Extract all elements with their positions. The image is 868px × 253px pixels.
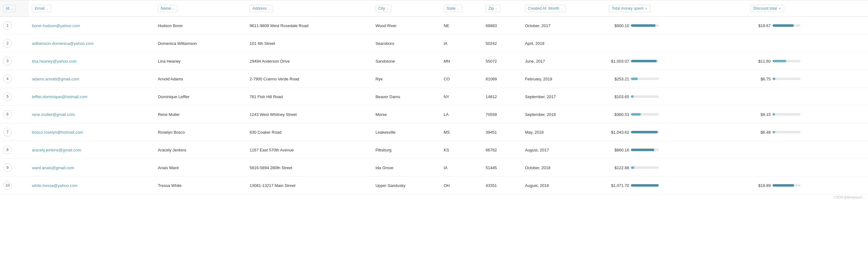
discount-bar-fill — [773, 184, 794, 187]
cell-address: 29494 Anderson Drive — [247, 52, 372, 70]
discount-value: $18.89 — [750, 183, 771, 188]
total-bar-container — [631, 167, 659, 169]
col-header-name[interactable]: Name⌄ — [155, 0, 247, 17]
cell-email[interactable]: aracely.jenkins@gmail.com — [29, 141, 154, 159]
cell-email[interactable]: borer-hudson@yahoo.com — [29, 17, 154, 35]
col-header-created[interactable]: Created At: Month⌄ — [522, 0, 606, 17]
col-header-zip[interactable]: Zip⌄ — [483, 0, 522, 17]
cell-created: September, 2016 — [522, 106, 606, 123]
sort-icon-id: ⌄ — [10, 7, 13, 10]
total-value: $1,043.62 — [609, 130, 629, 135]
email-link[interactable]: borer-hudson@yahoo.com — [32, 23, 80, 28]
table-row: 6rene.muller@gmail.comRene Muller1243 We… — [0, 106, 868, 123]
cell-email[interactable]: rene.muller@gmail.com — [29, 106, 154, 123]
cell-created: August, 2017 — [522, 141, 606, 159]
col-header-id[interactable]: Id⌄ — [0, 0, 29, 17]
cell-state: KS — [440, 141, 483, 159]
total-bar-container — [631, 184, 659, 187]
id-badge: 4 — [3, 74, 12, 83]
cell-state: IA — [440, 35, 483, 52]
cell-created: April, 2018 — [522, 35, 606, 52]
cell-city: Pittsburg — [372, 141, 440, 159]
cell-email[interactable]: leffler.dominique@hotmail.com — [29, 88, 154, 106]
id-badge: 8 — [3, 145, 12, 154]
cell-state: CO — [440, 70, 483, 88]
cell-email[interactable]: ward.anais@gmail.com — [29, 159, 154, 177]
col-header-state[interactable]: State⌄ — [440, 0, 483, 17]
total-value: $253.21 — [609, 77, 629, 81]
cell-name: Domenica Williamson — [155, 35, 247, 52]
cell-name: Hudson Borer — [155, 17, 247, 35]
cell-name: Roselyn Bosco — [155, 123, 247, 141]
discount-value: $18.67 — [750, 23, 771, 28]
cell-created: August, 2018 — [522, 177, 606, 194]
cell-zip: 66762 — [483, 141, 522, 159]
col-label-state: State — [446, 6, 456, 10]
total-bar-container — [631, 113, 659, 116]
cell-discount: $6.75 — [747, 70, 868, 88]
cell-id: 4 — [0, 70, 29, 88]
cell-email[interactable]: bosco.roselyn@hotmail.com — [29, 123, 154, 141]
col-header-email[interactable]: Email⌄ — [29, 0, 154, 17]
email-link[interactable]: ward.anais@gmail.com — [32, 166, 74, 170]
discount-bar-container — [773, 60, 801, 62]
cell-email[interactable]: lina.heaney@yahoo.com — [29, 52, 154, 70]
total-bar-fill — [631, 184, 658, 187]
table-body: 1borer-hudson@yahoo.comHudson Borer9611-… — [0, 17, 868, 194]
col-header-city[interactable]: City⌄ — [372, 0, 440, 17]
cell-zip: 14812 — [483, 88, 522, 106]
cell-email[interactable]: white.tressa@yahoo.com — [29, 177, 154, 194]
email-link[interactable]: aracely.jenkins@gmail.com — [32, 148, 81, 152]
col-header-address[interactable]: Address⌄ — [247, 0, 372, 17]
total-value: $900.10 — [609, 23, 629, 28]
email-link[interactable]: lina.heaney@yahoo.com — [32, 59, 76, 64]
cell-created: February, 2019 — [522, 70, 606, 88]
cell-created: June, 2017 — [522, 52, 606, 70]
col-header-total[interactable]: Total money spent▼ — [606, 0, 747, 17]
total-value: $1,071.70 — [609, 183, 629, 188]
table-row: 3lina.heaney@yahoo.comLina Heaney29494 A… — [0, 52, 868, 70]
cell-state: IA — [440, 159, 483, 177]
total-bar-fill — [631, 95, 634, 98]
email-link[interactable]: leffler.dominique@hotmail.com — [32, 95, 87, 99]
cell-discount: $11.60 — [747, 52, 868, 70]
cell-zip: 39451 — [483, 123, 522, 141]
cell-email[interactable]: williamson-domenica@yahoo.com — [29, 35, 154, 52]
cell-total: $860.16 — [606, 141, 747, 159]
email-link[interactable]: williamson-domenica@yahoo.com — [32, 41, 93, 46]
email-link[interactable]: white.tressa@yahoo.com — [32, 183, 78, 188]
total-value: $122.88 — [609, 166, 629, 170]
col-label-discount: Discount total — [753, 6, 777, 10]
id-badge: 7 — [3, 128, 12, 137]
email-link[interactable]: adams.arnold@gmail.com — [32, 77, 79, 81]
cell-city: Sandstone — [372, 52, 440, 70]
data-table: Id⌄Email⌄Name⌄Address⌄City⌄State⌄Zip⌄Cre… — [0, 0, 868, 200]
sort-icon-discount: ▼ — [778, 7, 781, 10]
cell-discount: $18.89 — [747, 177, 868, 194]
total-value: $360.53 — [609, 112, 629, 117]
cell-city: Rye — [372, 70, 440, 88]
total-value: $1,003.07 — [609, 59, 629, 64]
col-label-city: City — [378, 6, 385, 10]
cell-created: October, 2017 — [522, 17, 606, 35]
cell-discount — [747, 35, 868, 52]
email-link[interactable]: rene.muller@gmail.com — [32, 112, 74, 117]
cell-state: LA — [440, 106, 483, 123]
email-link[interactable]: bosco.roselyn@hotmail.com — [32, 130, 83, 135]
total-bar-container — [631, 95, 659, 98]
id-badge: 9 — [3, 163, 12, 172]
cell-id: 9 — [0, 159, 29, 177]
col-header-discount[interactable]: Discount total▼ — [747, 0, 868, 17]
cell-total: $360.53 — [606, 106, 747, 123]
total-bar-fill — [631, 149, 654, 151]
cell-state: MS — [440, 123, 483, 141]
id-badge: 3 — [3, 57, 12, 65]
col-label-created: Created At: Month — [528, 6, 559, 10]
cell-email[interactable]: adams.arnold@gmail.com — [29, 70, 154, 88]
cell-id: 10 — [0, 177, 29, 194]
cell-state: NE — [440, 17, 483, 35]
cell-name: Lina Heaney — [155, 52, 247, 70]
cell-id: 7 — [0, 123, 29, 141]
sort-icon-address: ⌄ — [268, 7, 271, 10]
cell-id: 2 — [0, 35, 29, 52]
